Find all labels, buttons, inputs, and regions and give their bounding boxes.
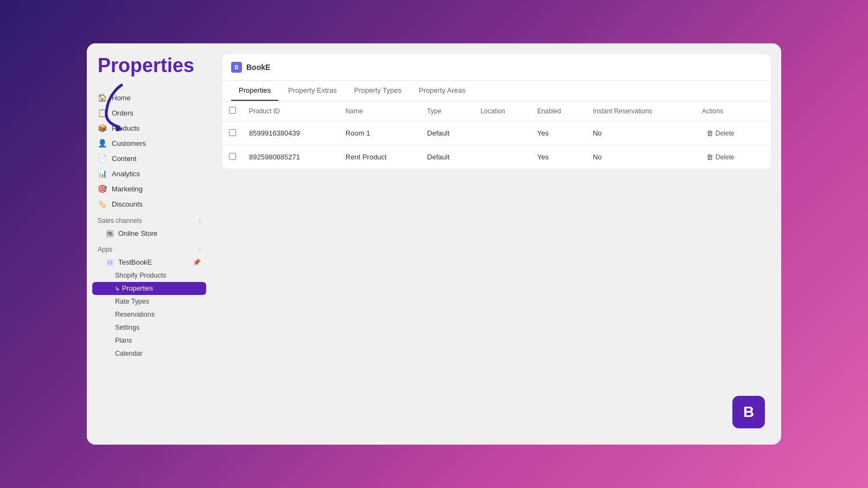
nav-label-content: Content	[112, 155, 137, 163]
booke-badge: B	[231, 62, 242, 73]
nav-label-analytics: Analytics	[112, 170, 140, 178]
nav-item-discounts[interactable]: 🏷️ Discounts	[87, 196, 212, 211]
plans-label: Plans	[115, 337, 132, 344]
table-row: 8599916380439 Room 1 Default Yes No 🗑 De…	[222, 121, 770, 145]
rate-types-label: Rate Types	[115, 298, 149, 305]
properties-arrow-icon: ↳	[115, 285, 120, 292]
row1-delete-label: Delete	[716, 130, 735, 137]
row2-instant-reservations: No	[586, 145, 695, 169]
content-header-title: BookE	[246, 63, 270, 72]
sidebar: Properties 🏠 Home 📋 Orders 📦 Products 👤 …	[87, 43, 212, 445]
sidebar-item-online-store[interactable]: 🛍 Online Store	[87, 227, 212, 240]
testbooke-pin-icon: 📌	[193, 259, 201, 266]
sales-channels-chevron: ›	[199, 218, 201, 224]
settings-label: Settings	[115, 324, 139, 331]
row1-product-id: 8599916380439	[242, 121, 339, 145]
nav-item-marketing[interactable]: 🎯 Marketing	[87, 181, 212, 196]
nav-item-analytics[interactable]: 📊 Analytics	[87, 166, 212, 181]
col-header-product-id: Product ID	[242, 101, 339, 121]
sidebar-item-rate-types[interactable]: Rate Types	[87, 295, 212, 308]
sales-channels-section-header[interactable]: Sales channels ›	[87, 211, 212, 227]
properties-table: Product ID Name Type Location Enabled In…	[222, 101, 770, 169]
col-header-location: Location	[474, 101, 531, 121]
sidebar-item-calendar[interactable]: Calendar	[87, 347, 212, 360]
sidebar-item-shopify-products[interactable]: Shopify Products	[87, 269, 212, 282]
sidebar-item-reservations[interactable]: Reservations	[87, 308, 212, 321]
page-title: Properties	[87, 54, 212, 86]
properties-table-container: Product ID Name Type Location Enabled In…	[222, 101, 770, 169]
select-all-checkbox[interactable]	[229, 107, 236, 114]
nav-label-marketing: Marketing	[112, 185, 143, 193]
nav-item-customers[interactable]: 👤 Customers	[87, 136, 212, 151]
marketing-icon: 🎯	[98, 184, 106, 193]
row2-trash-icon: 🗑	[706, 153, 713, 161]
row1-checkbox-cell	[222, 121, 242, 145]
col-header-actions: Actions	[695, 101, 770, 121]
row1-checkbox[interactable]	[229, 129, 236, 136]
content-card: B BookE Properties Property Extras Prope…	[222, 54, 770, 169]
row2-delete-button[interactable]: 🗑 Delete	[702, 151, 739, 163]
col-header-enabled: Enabled	[531, 101, 586, 121]
col-header-name: Name	[339, 101, 421, 121]
tab-property-extras[interactable]: Property Extras	[280, 81, 344, 101]
main-content: B BookE Properties Property Extras Prope…	[212, 43, 781, 445]
sales-channels-label: Sales channels	[98, 217, 142, 224]
tab-properties[interactable]: Properties	[231, 81, 278, 101]
col-header-instant-reservations: Instant Reservations	[586, 101, 695, 121]
main-card: Properties 🏠 Home 📋 Orders 📦 Products 👤 …	[87, 43, 781, 445]
discounts-icon: 🏷️	[98, 200, 106, 208]
customers-icon: 👤	[98, 139, 106, 147]
testbooke-icon: ⬡	[106, 259, 114, 266]
analytics-icon: 📊	[98, 169, 106, 178]
nav-label-customers: Customers	[112, 139, 146, 147]
apps-label: Apps	[98, 246, 112, 253]
row1-trash-icon: 🗑	[706, 129, 713, 137]
row2-location	[474, 145, 531, 169]
row1-instant-reservations: No	[586, 121, 695, 145]
row2-enabled: Yes	[531, 145, 586, 169]
table-row: 8925980885271 Rent Product Default Yes N…	[222, 145, 770, 169]
col-header-type: Type	[420, 101, 474, 121]
b-logo: B	[732, 396, 765, 428]
row1-actions-cell: 🗑 Delete	[695, 121, 770, 145]
row2-product-id: 8925980885271	[242, 145, 339, 169]
calendar-label: Calendar	[115, 350, 143, 357]
row2-actions-cell: 🗑 Delete	[695, 145, 770, 169]
sidebar-item-plans[interactable]: Plans	[87, 334, 212, 347]
row1-name: Room 1	[339, 121, 421, 145]
apps-chevron: ›	[199, 247, 201, 253]
tabs-container: Properties Property Extras Property Type…	[222, 81, 770, 101]
tab-property-types[interactable]: Property Types	[347, 81, 409, 101]
apps-section-header[interactable]: Apps ›	[87, 240, 212, 255]
row2-checkbox[interactable]	[229, 153, 236, 160]
shopify-products-label: Shopify Products	[115, 272, 167, 279]
nav-label-discounts: Discounts	[112, 200, 143, 208]
testbooke-label: TestBookE	[118, 258, 152, 266]
sidebar-item-settings[interactable]: Settings	[87, 321, 212, 334]
sidebar-item-properties[interactable]: ↳ Properties	[92, 282, 206, 295]
nav-item-content[interactable]: 📄 Content	[87, 151, 212, 166]
properties-label: Properties	[122, 285, 153, 292]
row2-delete-label: Delete	[716, 153, 735, 161]
tab-property-areas[interactable]: Property Areas	[411, 81, 473, 101]
content-header: B BookE	[222, 54, 770, 81]
row1-delete-button[interactable]: 🗑 Delete	[702, 127, 739, 139]
online-store-icon: 🛍	[106, 230, 114, 237]
sidebar-item-testbooke[interactable]: ⬡ TestBookE 📌	[87, 255, 212, 269]
online-store-label: Online Store	[118, 229, 157, 237]
row1-type: Default	[420, 121, 474, 145]
reservations-label: Reservations	[115, 311, 155, 318]
arrow-decoration	[100, 82, 132, 131]
col-header-checkbox	[222, 101, 242, 121]
row2-type: Default	[420, 145, 474, 169]
row1-enabled: Yes	[531, 121, 586, 145]
content-icon: 📄	[98, 154, 106, 163]
row2-name: Rent Product	[339, 145, 421, 169]
row2-checkbox-cell	[222, 145, 242, 169]
row1-location	[474, 121, 531, 145]
